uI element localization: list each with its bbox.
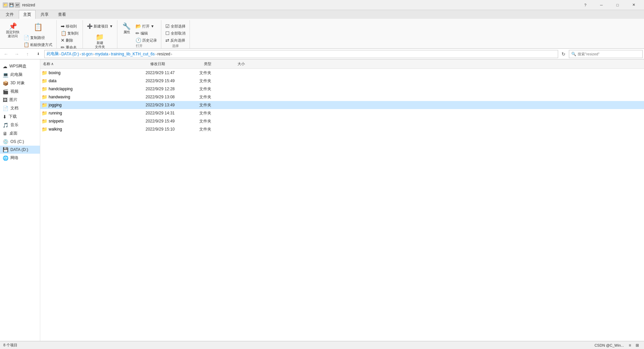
sidebar-label-video: 视频 (10, 89, 18, 94)
help-button[interactable]: ? (578, 0, 593, 10)
down-button[interactable]: ⬇ (34, 50, 43, 58)
edit-icon: ✏ (136, 31, 140, 36)
sidebar-item-documents[interactable]: 📄 文档 (0, 104, 40, 112)
table-row[interactable]: 📁 data 2022/9/29 15:49 文件夹 (40, 77, 644, 85)
new-item-button[interactable]: ➕ 新建项目 ▼ (86, 23, 114, 30)
file-name-cell: 📁 handwaving (42, 94, 146, 100)
select-all-button[interactable]: ☑ 全部选择 (164, 23, 187, 30)
breadcrumb-training[interactable]: training_lib_KTH_cut_6s (111, 52, 155, 56)
sidebar-item-3d[interactable]: 📦 3D 对象 (0, 79, 40, 87)
file-type-cell: 文件夹 (199, 102, 233, 108)
table-row[interactable]: 📁 boxing 2022/9/29 11:47 文件夹 (40, 69, 644, 77)
tab-share[interactable]: 共享 (36, 10, 53, 19)
app-icon: 📁 (3, 2, 8, 8)
3d-icon: 📦 (3, 81, 8, 86)
sidebar-item-d[interactable]: 💾 DATA (D:) (0, 146, 40, 154)
sidebar-item-video[interactable]: 🎬 视频 (0, 87, 40, 96)
sidebar-label-c: OS (C:) (10, 139, 24, 144)
grid-view-button[interactable]: ⊞ (634, 342, 641, 348)
file-name-cell: 📁 walking (42, 127, 146, 132)
properties-button[interactable]: 🔧 属性 (120, 21, 133, 36)
up-button[interactable]: ↑ (23, 50, 32, 58)
paste-shortcut-icon: 📋 (23, 42, 29, 47)
file-date-cell: 2022/9/29 15:10 (146, 127, 199, 132)
deselect-all-icon: ☐ (165, 31, 170, 36)
tab-home[interactable]: 主页 (19, 10, 36, 19)
documents-icon: 📄 (3, 106, 8, 111)
search-input[interactable] (578, 52, 640, 56)
tab-view[interactable]: 查看 (54, 10, 70, 19)
search-box[interactable]: 🔍 (569, 50, 643, 58)
undo-icon[interactable]: ↩ (15, 2, 20, 8)
history-button[interactable]: 🕐 历史记录 (134, 37, 158, 44)
copy-to-button[interactable]: 📋 复制到 (59, 30, 80, 37)
list-view-button[interactable]: ≡ (627, 342, 633, 348)
sidebar-item-music[interactable]: 🎵 音乐 (0, 121, 40, 129)
sidebar-item-downloads[interactable]: ⬇ 下载 (0, 112, 40, 121)
file-date-cell: 2022/9/29 12:28 (146, 87, 199, 91)
col-header-date[interactable]: 修改日期 (149, 61, 203, 66)
table-row[interactable]: 📁 jogging 2022/9/29 13:49 文件夹 (40, 101, 644, 109)
edit-button[interactable]: ✏ 编辑 (134, 30, 158, 37)
breadcrumb-stgcn[interactable]: st-gcn (82, 52, 93, 56)
col-header-name[interactable]: 名称 ∧ (42, 61, 149, 66)
back-button[interactable]: ← (1, 50, 11, 58)
sidebar-item-network[interactable]: 🌐 网络 (0, 154, 40, 162)
main-content: ☁ WPS网盘 💻 此电脑 📦 3D 对象 🎬 视频 🖼 图片 📄 文档 ⬇ 下… (0, 59, 644, 341)
sidebar-item-pictures[interactable]: 🖼 图片 (0, 96, 40, 104)
new-folder-button[interactable]: 📁 新建文件夹 (93, 32, 107, 50)
select-buttons: ☑ 全部选择 ☐ 全部取消 ⇄ 反向选择 (164, 21, 187, 44)
minimize-button[interactable]: ─ (594, 0, 609, 10)
sidebar-item-desktop[interactable]: 🖥 桌面 (0, 129, 40, 138)
table-row[interactable]: 📁 walking 2022/9/29 15:10 文件夹 (40, 125, 644, 133)
move-to-button[interactable]: ➡ 移动到 (59, 23, 80, 30)
pin-to-quickaccess-button[interactable]: 📌 固定到快速访问 (4, 21, 21, 40)
col-header-size[interactable]: 大小 (236, 61, 263, 66)
folder-icon: 📁 (42, 102, 47, 108)
sidebar-label-desktop: 桌面 (9, 131, 17, 136)
invert-icon: ⇄ (165, 38, 169, 43)
properties-icon: 🔧 (122, 23, 131, 30)
sidebar-item-thispc[interactable]: 💻 此电脑 (0, 70, 40, 79)
file-type-cell: 文件夹 (199, 86, 233, 92)
maximize-button[interactable]: □ (610, 0, 625, 10)
table-row[interactable]: 📁 handclapping 2022/9/29 12:28 文件夹 (40, 85, 644, 93)
refresh-button[interactable]: ↻ (559, 50, 568, 58)
pictures-icon: 🖼 (3, 97, 7, 103)
breadcrumb-data[interactable]: DATA (D:) (61, 52, 79, 56)
close-button[interactable]: ✕ (626, 0, 641, 10)
ribbon: 文件 主页 共享 查看 📌 固定到快速访问 📋 📄 复制路 (0, 10, 644, 49)
sidebar-item-c[interactable]: 💿 OS (C:) (0, 138, 40, 146)
status-bar: 8 个项目 CSDN @C_Win... ≡ ⊞ (0, 341, 644, 349)
breadcrumb[interactable]: 此电脑 › DATA (D:) › st-gcn › mydata › trai… (44, 50, 558, 58)
file-date-cell: 2022/9/29 15:49 (146, 119, 199, 123)
file-type-cell: 文件夹 (199, 70, 233, 76)
paste-icon: 📋 (34, 23, 43, 31)
file-name-cell: 📁 handclapping (42, 86, 146, 92)
tab-file[interactable]: 文件 (1, 10, 18, 19)
folder-icon: 📁 (42, 70, 47, 76)
ribbon-group-new: ➕ 新建项目 ▼ 📁 新建文件夹 新建 (83, 20, 117, 48)
folder-icon: 📁 (42, 118, 47, 124)
delete-button[interactable]: ✕ 删除 (59, 37, 80, 44)
file-type-cell: 文件夹 (199, 94, 233, 100)
quick-access-icon[interactable]: 💾 (9, 2, 14, 8)
open-button[interactable]: 📂 打开 ▼ (134, 23, 158, 30)
folder-icon: 📁 (42, 127, 47, 132)
forward-button[interactable]: → (12, 50, 21, 58)
paste-button[interactable]: 📋 (22, 23, 54, 32)
breadcrumb-pc[interactable]: 此电脑 (47, 51, 59, 57)
deselect-all-button[interactable]: ☐ 全部取消 (164, 30, 187, 37)
breadcrumb-mydata[interactable]: mydata (95, 52, 108, 56)
paste-shortcut-button[interactable]: 📋 粘贴快捷方式 (22, 41, 54, 48)
folder-icon: 📁 (42, 78, 47, 84)
sidebar-item-wps[interactable]: ☁ WPS网盘 (0, 62, 40, 70)
table-row[interactable]: 📁 handwaving 2022/9/29 13:08 文件夹 (40, 93, 644, 101)
table-row[interactable]: 📁 running 2022/9/29 14:31 文件夹 (40, 109, 644, 117)
invert-selection-button[interactable]: ⇄ 反向选择 (164, 37, 187, 44)
ribbon-group-open: 🔧 属性 📂 打开 ▼ ✏ 编辑 🕐 历史记录 (117, 20, 161, 48)
table-row[interactable]: 📁 snippets 2022/9/29 15:49 文件夹 (40, 117, 644, 125)
copy-path-icon: 📄 (23, 35, 29, 40)
copy-path-button[interactable]: 📄 复制路径 (22, 34, 54, 41)
col-header-type[interactable]: 类型 (203, 61, 236, 66)
